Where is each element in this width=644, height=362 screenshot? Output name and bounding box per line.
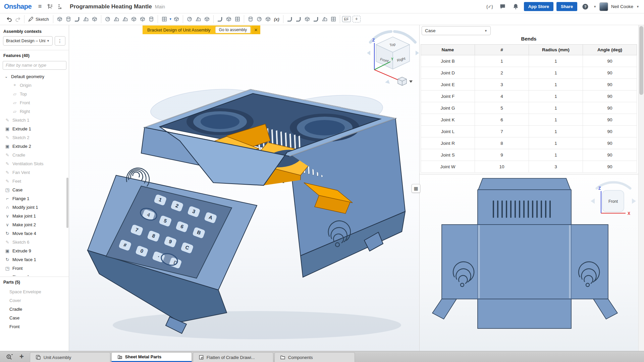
- feature-move-face-1[interactable]: ↻Move face 1: [0, 255, 69, 264]
- feature-front[interactable]: ◳Front: [0, 264, 69, 273]
- chamfer-icon[interactable]: [112, 15, 121, 23]
- table-row[interactable]: Joint L7190: [421, 126, 637, 137]
- feature-filter-input[interactable]: [3, 61, 66, 70]
- table-row[interactable]: Joint E3190: [421, 79, 637, 90]
- undo-icon[interactable]: [5, 15, 13, 23]
- redo-icon[interactable]: [13, 15, 22, 23]
- split-icon[interactable]: [194, 15, 203, 23]
- view-options-cube-icon[interactable]: [398, 77, 413, 85]
- feature-flange-1[interactable]: ⌐Flange 1: [0, 194, 69, 203]
- column-header-name[interactable]: Name: [421, 45, 475, 55]
- fillet-icon[interactable]: [103, 15, 112, 23]
- user-name[interactable]: Neil Cooke: [611, 4, 633, 9]
- fill-surface-icon[interactable]: [233, 15, 242, 23]
- feature-extrude-9[interactable]: ▣Extrude 9: [0, 246, 69, 255]
- tab-components[interactable]: Components: [274, 352, 355, 362]
- view-options-caret-icon[interactable]: [409, 80, 413, 83]
- linear-pattern-icon[interactable]: [160, 15, 169, 23]
- main-menu-icon[interactable]: ≡: [35, 2, 45, 11]
- feature-make-joint-1[interactable]: ∨Make joint 1: [0, 212, 69, 220]
- feature-sketch-6[interactable]: ✎Sketch 6: [0, 238, 69, 246]
- tab-sheet-metal-parts[interactable]: Sheet Metal Parts: [111, 352, 192, 362]
- part-cradle[interactable]: Cradle: [0, 305, 69, 313]
- table-row[interactable]: Joint R8190: [421, 137, 637, 149]
- feature-ventilation-slots[interactable]: ✎Ventilation Slots: [0, 159, 69, 168]
- help-icon[interactable]: ?: [580, 2, 590, 11]
- feature-move-face-4[interactable]: ↻Move face 4: [0, 229, 69, 238]
- sketch-icon[interactable]: [26, 15, 35, 23]
- model-viewport[interactable]: 1 2 3 A 4 5 6 B 7 8 9 C # 0 · D: [69, 25, 419, 351]
- feature-plane-right[interactable]: ▱Right: [0, 107, 69, 116]
- bend-icon[interactable]: [312, 15, 320, 23]
- feature-tree-scrollbar[interactable]: [66, 178, 68, 228]
- part-selector-dropdown[interactable]: Case ▼: [422, 26, 491, 35]
- insert-feature-button[interactable]: +: [353, 16, 361, 22]
- rotate-right-icon[interactable]: [416, 51, 419, 55]
- table-row[interactable]: Joint S9190: [421, 149, 637, 161]
- version-tree-icon[interactable]: [45, 2, 55, 11]
- feature-fan-vent[interactable]: ✎Fan Vent: [0, 168, 69, 177]
- mirror-icon[interactable]: [172, 15, 181, 23]
- column-header-number[interactable]: #: [475, 45, 529, 55]
- delete-face-icon[interactable]: [203, 15, 211, 23]
- onshape-logo[interactable]: Onshape: [4, 3, 32, 10]
- flat-view-indicator[interactable]: Front Z X: [591, 182, 636, 216]
- thicken-icon[interactable]: [90, 15, 99, 23]
- tab-flatten-of-cradle-drawing[interactable]: Flatten of Cradle Drawi...: [193, 352, 273, 362]
- draft-icon[interactable]: [121, 15, 129, 23]
- workspace-name[interactable]: Main: [155, 4, 165, 9]
- feature-sketch-1[interactable]: ✎Sketch 1: [0, 116, 69, 124]
- column-header-angle[interactable]: Angle (deg): [583, 45, 637, 55]
- table-row[interactable]: Joint B1190: [421, 55, 637, 67]
- flange-icon[interactable]: [294, 15, 303, 23]
- mate-connector-icon[interactable]: [264, 15, 272, 23]
- offset-surface-icon[interactable]: [224, 15, 233, 23]
- feature-flange-2[interactable]: ⌐Flange 2: [0, 273, 69, 276]
- feature-plane-front[interactable]: ▱Front: [0, 98, 69, 107]
- hole-icon[interactable]: [147, 15, 156, 23]
- table-row[interactable]: Joint G5190: [421, 102, 637, 114]
- rotate-right-icon[interactable]: [632, 198, 636, 204]
- feature-script-icon[interactable]: {✓}: [485, 2, 495, 11]
- table-row[interactable]: Joint F4190: [421, 90, 637, 102]
- sketch-label[interactable]: Sketch: [36, 17, 49, 22]
- notifications-bell-icon[interactable]: [511, 2, 521, 11]
- feature-extrude-1[interactable]: ▣Extrude 1: [0, 124, 69, 133]
- rotate-left-icon[interactable]: [591, 198, 595, 204]
- vertical-scrollbar[interactable]: [638, 25, 644, 351]
- corner-icon[interactable]: [320, 15, 329, 23]
- chevron-down-icon[interactable]: ⌄: [5, 74, 9, 79]
- part-front[interactable]: Front: [0, 322, 69, 331]
- manage-tabs-icon[interactable]: [6, 353, 13, 360]
- feature-case[interactable]: ◳Case: [0, 185, 69, 194]
- variable-icon[interactable]: (x): [272, 15, 281, 23]
- feature-feet[interactable]: ✎Feet: [0, 177, 69, 185]
- assembly-context-dropdown[interactable]: Bracket Design – Uni ▼: [3, 36, 53, 46]
- comments-icon[interactable]: [498, 2, 508, 11]
- banner-close-icon[interactable]: ✕: [252, 25, 260, 34]
- share-button[interactable]: Share: [556, 2, 577, 11]
- app-store-button[interactable]: App Store: [524, 2, 553, 11]
- part-cover[interactable]: Cover: [0, 296, 69, 305]
- feature-plane-top[interactable]: ▱Top: [0, 89, 69, 98]
- move-face-icon[interactable]: [216, 15, 224, 23]
- go-to-assembly-button[interactable]: Go to assembly: [215, 26, 251, 33]
- table-row[interactable]: Joint D2190: [421, 67, 637, 79]
- avatar[interactable]: [599, 2, 608, 11]
- column-header-radius[interactable]: Radius (mm): [529, 45, 583, 55]
- extrude-icon[interactable]: [55, 15, 64, 23]
- rib-icon[interactable]: [129, 15, 138, 23]
- revolve-icon[interactable]: [64, 15, 73, 23]
- bend-table-toggle-button[interactable]: ▦: [412, 184, 420, 193]
- feature-modify-joint-1[interactable]: ∩Modify joint 1: [0, 203, 69, 212]
- measure-icon[interactable]: [255, 15, 264, 23]
- flat-pattern-drawing[interactable]: [432, 178, 618, 328]
- help-caret-icon[interactable]: ▼: [593, 5, 596, 8]
- tab-icon[interactable]: [303, 15, 312, 23]
- table-row[interactable]: Joint W10390: [421, 161, 637, 173]
- feature-default-geometry[interactable]: ⌄Default geometry: [0, 72, 69, 81]
- loft-icon[interactable]: [82, 15, 90, 23]
- view-cube[interactable]: Top Front Right Z X Y: [364, 29, 419, 86]
- part-space-envelope[interactable]: Space Envelope: [0, 287, 69, 296]
- rotate-down-icon[interactable]: [385, 80, 390, 84]
